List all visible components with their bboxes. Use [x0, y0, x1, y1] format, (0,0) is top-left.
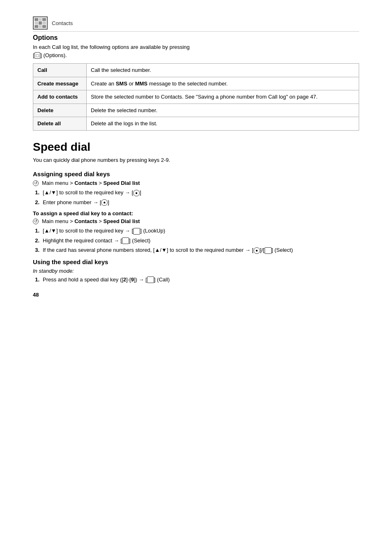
table-row: Delete all Delete all the logs in the li…	[33, 117, 359, 131]
options-title: Options	[33, 34, 359, 41]
contacts-label: Contacts	[52, 20, 73, 26]
table-cell-key: Delete all	[33, 117, 87, 131]
table-cell-key: Create message	[33, 77, 87, 90]
table-cell-value: Store the selected number to Contacts. S…	[87, 90, 359, 104]
step-list-3: 1. Press and hold a speed dial key ([2]-…	[33, 276, 359, 284]
list-item: 3. If the card has several phone numbers…	[33, 246, 359, 254]
table-cell-key: Call	[33, 64, 87, 77]
table-cell-key: Delete	[33, 104, 87, 117]
speed-dial-intro: You can quickly dial phone numbers by pr…	[33, 156, 359, 164]
table-cell-value: Create an SMS or MMS message to the sele…	[87, 77, 359, 90]
table-row: Delete Delete the selected number.	[33, 104, 359, 117]
square-btn-icon	[133, 228, 140, 235]
assigning-title: Assigning speed dial keys	[33, 170, 359, 177]
page-number: 48	[33, 292, 359, 298]
nav-arrow-icon: ↺	[33, 180, 39, 186]
speed-dial-title: Speed dial	[33, 140, 359, 154]
nav-path-1: ↺ Main menu > Contacts > Speed Dial list	[33, 180, 359, 186]
square-btn-icon	[122, 237, 129, 244]
table-row: Add to contacts Store the selected numbe…	[33, 90, 359, 104]
circle-btn-icon: ●	[133, 190, 140, 196]
table-cell-value: Delete all the logs in the list.	[87, 117, 359, 131]
list-item: 2. Enter phone number → [●]	[33, 198, 359, 207]
list-item: 1. [▲/▼] to scroll to the required key →…	[33, 227, 359, 235]
assign-contact-note: To assign a speed dial key to a contact:	[33, 210, 359, 216]
list-item: 1. Press and hold a speed dial key ([2]-…	[33, 276, 359, 284]
step-list-1: 1. [▲/▼] to scroll to the required key →…	[33, 189, 359, 206]
list-item: 1. [▲/▼] to scroll to the required key →…	[33, 189, 359, 197]
list-item: 2. Highlight the required contact → [ ] …	[33, 237, 359, 245]
using-title: Using the speed dial keys	[33, 258, 359, 265]
contacts-header: Contacts	[33, 16, 359, 32]
standby-label: In standby mode:	[33, 268, 359, 274]
options-table: Call Call the selected number. Create me…	[33, 63, 359, 131]
table-row: Call Call the selected number.	[33, 64, 359, 77]
circle-btn-icon: ●	[254, 247, 260, 254]
table-cell-key: Add to contacts	[33, 90, 87, 104]
square-btn-icon	[265, 247, 272, 254]
contacts-icon	[33, 16, 48, 30]
nav-arrow-icon: ↺	[33, 219, 39, 224]
circle-btn-icon: ●	[101, 199, 108, 206]
table-row: Create message Create an SMS or MMS mess…	[33, 77, 359, 90]
nav-path-2: ↺ Main menu > Contacts > Speed Dial list	[33, 218, 359, 224]
table-cell-value: Call the selected number.	[87, 64, 359, 77]
options-intro: In each Call log list, the following opt…	[33, 43, 359, 59]
step-list-2: 1. [▲/▼] to scroll to the required key →…	[33, 227, 359, 254]
table-cell-value: Delete the selected number.	[87, 104, 359, 117]
square-btn-icon	[147, 276, 154, 283]
